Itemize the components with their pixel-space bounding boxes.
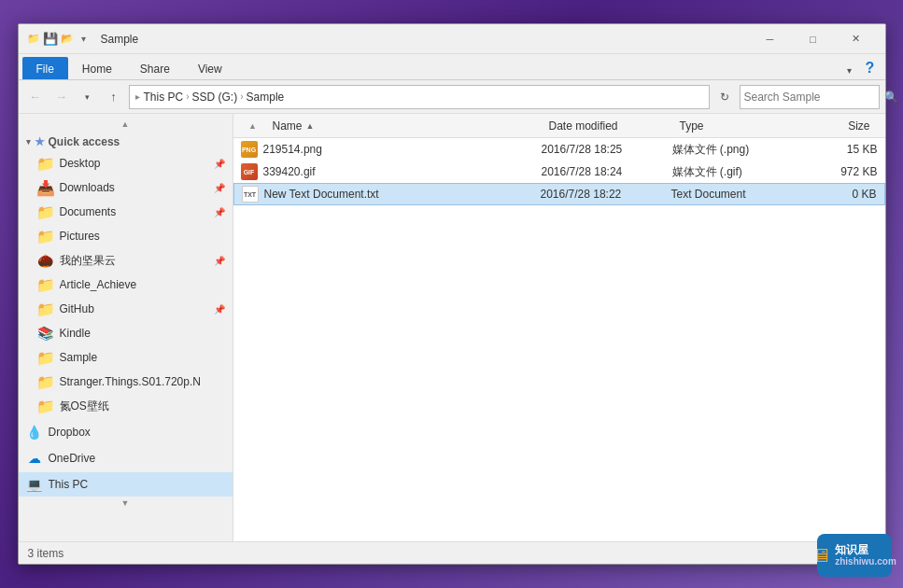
file-type-newtext: Text Document bbox=[671, 188, 802, 201]
brand-name: 知识屋 bbox=[835, 543, 896, 556]
minimize-button[interactable]: ─ bbox=[749, 24, 792, 54]
file-row-219514[interactable]: PNG 219514.png 2016/7/28 18:25 媒体文件 (.pn… bbox=[233, 138, 885, 161]
search-icon: 🔍 bbox=[884, 91, 898, 104]
up-button[interactable]: ↑ bbox=[103, 86, 125, 108]
github-folder-icon: 📁 bbox=[37, 301, 54, 317]
close-button[interactable]: ✕ bbox=[835, 24, 878, 54]
downloads-label: Downloads bbox=[60, 181, 210, 194]
file-row-339420[interactable]: GIF 339420.gif 2016/7/28 18:24 媒体文件 (.gi… bbox=[233, 161, 885, 183]
refresh-button[interactable]: ↻ bbox=[713, 86, 736, 108]
sidebar: ▲ ▾ ★ Quick access 📁 Desktop 📌 📥 Downloa… bbox=[19, 114, 233, 541]
pictures-folder-icon: 📁 bbox=[37, 228, 54, 245]
search-input[interactable] bbox=[744, 91, 884, 104]
sidebar-item-sample[interactable]: 📁 Sample bbox=[19, 345, 233, 370]
sidebar-item-thispc[interactable]: 💻 This PC bbox=[19, 472, 233, 497]
path-thispc[interactable]: This PC bbox=[144, 91, 184, 104]
col-scroll-icon: ▲ bbox=[241, 121, 265, 131]
brand-text: 知识屋 zhishiwu.com bbox=[835, 543, 896, 567]
recent-locations-button[interactable]: ▾ bbox=[77, 86, 99, 108]
sidebar-item-nitroos[interactable]: 📁 氮OS壁纸 bbox=[19, 394, 233, 418]
sidebar-item-dropbox[interactable]: 💧 Dropbox bbox=[19, 420, 233, 444]
sidebar-item-article-achieve[interactable]: 📁 Article_Achieve bbox=[19, 273, 233, 297]
sidebar-item-kindle[interactable]: 📚 Kindle bbox=[19, 321, 233, 345]
stranger-folder-icon: 📁 bbox=[37, 373, 54, 390]
scroll-down-arrow: ▼ bbox=[121, 498, 130, 508]
article-label: Article_Achieve bbox=[60, 278, 225, 291]
stranger-label: Stranger.Things.S01.720p.N bbox=[60, 375, 225, 388]
sidebar-item-github[interactable]: 📁 GitHub 📌 bbox=[19, 297, 233, 321]
nutstore-pin-icon: 📌 bbox=[214, 256, 225, 266]
quickaccess-label: Quick access bbox=[49, 135, 120, 148]
address-path[interactable]: ▸ This PC › SSD (G:) › Sample bbox=[129, 85, 710, 109]
tab-file[interactable]: File bbox=[22, 57, 68, 79]
sidebar-item-stranger-things[interactable]: 📁 Stranger.Things.S01.720p.N bbox=[19, 370, 233, 394]
sidebar-section-thispc: 💻 This PC bbox=[19, 472, 233, 497]
quickaccess-arrow: ▾ bbox=[26, 137, 31, 147]
documents-pin-icon: 📌 bbox=[214, 207, 225, 217]
brand-logo-icon: 🖥 bbox=[812, 545, 831, 567]
col-header-size[interactable]: Size bbox=[803, 114, 878, 137]
file-date-newtext: 2016/7/28 18:22 bbox=[541, 188, 671, 201]
file-date-339420: 2016/7/28 18:24 bbox=[542, 165, 672, 178]
back-button[interactable]: ← bbox=[24, 86, 47, 108]
col-header-name[interactable]: Name ▲ bbox=[265, 114, 542, 137]
gif-icon-shape: GIF bbox=[241, 163, 258, 180]
save-icon: 💾 bbox=[43, 32, 58, 47]
nutstore-icon: 🌰 bbox=[37, 252, 54, 269]
sidebar-item-documents[interactable]: 📁 Documents 📌 bbox=[19, 200, 233, 224]
github-label: GitHub bbox=[60, 302, 210, 315]
maximize-button[interactable]: □ bbox=[792, 24, 835, 54]
documents-folder-icon: 📁 bbox=[37, 203, 54, 220]
scroll-up-arrow: ▲ bbox=[121, 119, 130, 129]
dropdown-arrow-icon[interactable]: ▾ bbox=[77, 32, 92, 47]
sidebar-section-dropbox: 💧 Dropbox bbox=[19, 420, 233, 444]
sidebar-item-desktop[interactable]: 📁 Desktop 📌 bbox=[19, 151, 233, 175]
file-list: ▲ Name ▲ Date modified Type Size bbox=[233, 114, 885, 541]
path-breadcrumb-icon: ▸ bbox=[135, 91, 140, 102]
search-box[interactable]: 🔍 bbox=[740, 85, 880, 109]
file-type-339420: 媒体文件 (.gif) bbox=[672, 164, 803, 180]
png-file-icon: PNG bbox=[241, 141, 258, 158]
nitroos-folder-icon: 📁 bbox=[37, 398, 54, 414]
file-row-newtext[interactable]: TXT New Text Document.txt 2016/7/28 18:2… bbox=[233, 183, 885, 205]
file-size-newtext: 0 KB bbox=[802, 188, 877, 201]
gif-file-icon: GIF bbox=[241, 163, 258, 180]
ribbon-collapse-button[interactable]: ▾ bbox=[840, 62, 859, 79]
tab-view[interactable]: View bbox=[184, 57, 236, 79]
sidebar-scroll-up[interactable]: ▲ bbox=[19, 118, 233, 131]
path-sample[interactable]: Sample bbox=[247, 91, 285, 104]
help-button[interactable]: ? bbox=[859, 57, 882, 79]
desktop-label: Desktop bbox=[60, 157, 210, 170]
sample-label: Sample bbox=[60, 351, 225, 364]
documents-label: Documents bbox=[60, 205, 210, 218]
sidebar-item-nutstore[interactable]: 🌰 我的坚果云 📌 bbox=[19, 248, 233, 273]
pictures-label: Pictures bbox=[60, 230, 225, 243]
nutstore-label: 我的坚果云 bbox=[60, 253, 210, 269]
sidebar-item-onedrive[interactable]: ☁ OneDrive bbox=[19, 446, 233, 470]
quickaccess-star-icon: ★ bbox=[35, 135, 45, 148]
items-count: 3 items bbox=[28, 547, 64, 560]
file-size-339420: 972 KB bbox=[803, 165, 878, 178]
sidebar-header-quickaccess[interactable]: ▾ ★ Quick access bbox=[19, 133, 233, 151]
ribbon: File Home Share View ▾ ? bbox=[19, 54, 885, 80]
onedrive-icon: ☁ bbox=[26, 450, 43, 467]
quick-access-icon: 📂 bbox=[60, 32, 75, 47]
path-ssd[interactable]: SSD (G:) bbox=[192, 91, 238, 104]
tab-home[interactable]: Home bbox=[68, 57, 126, 79]
sidebar-item-downloads[interactable]: 📥 Downloads 📌 bbox=[19, 175, 233, 200]
onedrive-label: OneDrive bbox=[49, 452, 225, 465]
sidebar-scroll-down[interactable]: ▼ bbox=[19, 497, 233, 510]
dropbox-icon: 💧 bbox=[26, 424, 43, 441]
sidebar-section-onedrive: ☁ OneDrive bbox=[19, 446, 233, 470]
tab-share[interactable]: Share bbox=[126, 57, 184, 79]
downloads-folder-icon: 📥 bbox=[37, 179, 54, 196]
nitroos-label: 氮OS壁纸 bbox=[60, 399, 225, 414]
forward-button[interactable]: → bbox=[50, 86, 73, 108]
thispc-icon: 💻 bbox=[26, 476, 43, 493]
col-header-date[interactable]: Date modified bbox=[542, 114, 672, 137]
col-type-label: Type bbox=[680, 119, 704, 133]
png-icon-shape: PNG bbox=[241, 141, 258, 158]
sidebar-item-pictures[interactable]: 📁 Pictures bbox=[19, 224, 233, 248]
desktop-pin-icon: 📌 bbox=[214, 159, 225, 169]
col-header-type[interactable]: Type bbox=[672, 114, 803, 137]
